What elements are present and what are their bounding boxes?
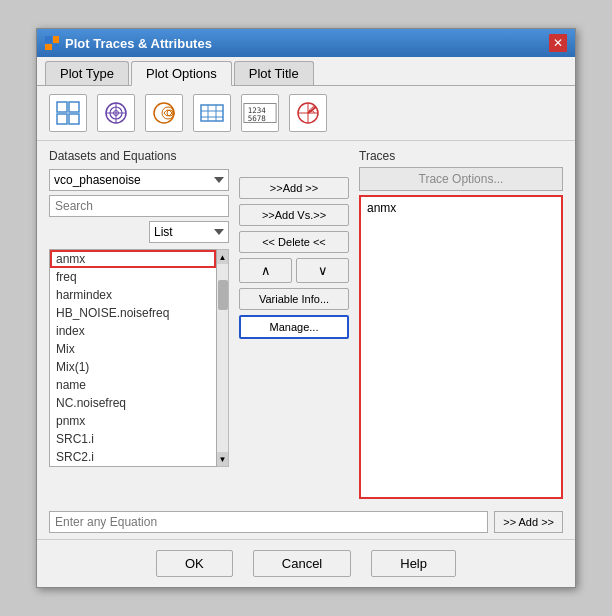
title-bar: Plot Traces & Attributes ✕ (37, 29, 575, 57)
dialog-window: Plot Traces & Attributes ✕ Plot Type Plo… (36, 28, 576, 588)
content-area: Datasets and Equations vco_phasenoise Li… (37, 141, 575, 507)
numeric-icon: 1234 5678 (242, 99, 278, 127)
table-icon (198, 99, 226, 127)
tab-plot-title[interactable]: Plot Title (234, 61, 314, 85)
manage-button[interactable]: Manage... (239, 315, 349, 339)
smith-icon (150, 99, 178, 127)
svg-rect-12 (201, 105, 223, 121)
dataset-dropdown[interactable]: vco_phasenoise (49, 169, 229, 191)
app-icon (45, 36, 59, 50)
antenna-icon (294, 99, 322, 127)
list-item[interactable]: SRC2.i (50, 448, 216, 466)
scrollbar-up-arrow[interactable]: ▲ (217, 250, 228, 264)
tab-plot-options[interactable]: Plot Options (131, 61, 232, 86)
trace-options-button[interactable]: Trace Options... (359, 167, 563, 191)
equation-input[interactable] (49, 511, 488, 533)
datasets-label: Datasets and Equations (49, 149, 229, 163)
trace-item[interactable]: anmx (363, 199, 559, 217)
rectangle-icon-btn[interactable] (49, 94, 87, 132)
dialog-title: Plot Traces & Attributes (65, 36, 212, 51)
scrollbar-track[interactable]: ▲ ▼ (217, 249, 229, 467)
add-button[interactable]: >>Add >> (239, 177, 349, 199)
svg-rect-3 (69, 114, 79, 124)
traces-label: Traces (359, 149, 563, 163)
ok-button[interactable]: OK (156, 550, 233, 577)
list-dropdown[interactable]: List (149, 221, 229, 243)
left-panel: Datasets and Equations vco_phasenoise Li… (49, 149, 229, 499)
rectangle-icon (54, 99, 82, 127)
svg-rect-2 (57, 114, 67, 124)
list-item[interactable]: Mix(1) (50, 358, 216, 376)
right-panel: Traces Trace Options... anmx (359, 149, 563, 499)
table-icon-btn[interactable] (193, 94, 231, 132)
close-button[interactable]: ✕ (549, 34, 567, 52)
help-button[interactable]: Help (371, 550, 456, 577)
list-item[interactable]: pnmx (50, 412, 216, 430)
svg-text:5678: 5678 (248, 114, 267, 123)
scrollbar-down-arrow[interactable]: ▼ (217, 452, 228, 466)
variable-info-button[interactable]: Variable Info... (239, 288, 349, 310)
list-item[interactable]: SRC1.i (50, 430, 216, 448)
tab-bar: Plot Type Plot Options Plot Title (37, 57, 575, 86)
svg-point-10 (162, 107, 174, 119)
delete-button[interactable]: << Delete << (239, 231, 349, 253)
equation-row: >> Add >> (49, 511, 563, 533)
list-item[interactable]: anmx (50, 250, 216, 268)
list-item[interactable]: index (50, 322, 216, 340)
move-down-button[interactable]: ∨ (296, 258, 349, 283)
polar-icon (102, 99, 130, 127)
svg-rect-1 (69, 102, 79, 112)
polar-icon-btn[interactable] (97, 94, 135, 132)
title-bar-left: Plot Traces & Attributes (45, 36, 212, 51)
list-item[interactable]: NC.noisefreq (50, 394, 216, 412)
dataset-list-wrapper: anmx freq harmindex HB_NOISE.noisefreq i… (49, 249, 229, 467)
smith-icon-btn[interactable] (145, 94, 183, 132)
antenna-icon-btn[interactable] (289, 94, 327, 132)
up-down-row: ∧ ∨ (239, 258, 349, 283)
scrollbar-thumb[interactable] (218, 280, 228, 310)
tab-plot-type[interactable]: Plot Type (45, 61, 129, 85)
svg-rect-0 (57, 102, 67, 112)
list-item[interactable]: freq (50, 268, 216, 286)
list-item[interactable]: Mix (50, 340, 216, 358)
middle-panel: >>Add >> >>Add Vs.>> << Delete << ∧ ∨ Va… (239, 149, 349, 499)
list-item[interactable]: HB_NOISE.noisefreq (50, 304, 216, 322)
numeric-icon-btn[interactable]: 1234 5678 (241, 94, 279, 132)
equation-add-button[interactable]: >> Add >> (494, 511, 563, 533)
equation-area: >> Add >> (37, 507, 575, 539)
list-item[interactable]: name (50, 376, 216, 394)
dataset-list: anmx freq harmindex HB_NOISE.noisefreq i… (49, 249, 217, 467)
search-input[interactable] (49, 195, 229, 217)
list-item[interactable]: harmindex (50, 286, 216, 304)
traces-list: anmx (359, 195, 563, 499)
bottom-bar: OK Cancel Help (37, 539, 575, 587)
add-vs-button[interactable]: >>Add Vs.>> (239, 204, 349, 226)
cancel-button[interactable]: Cancel (253, 550, 351, 577)
move-up-button[interactable]: ∧ (239, 258, 292, 283)
icon-toolbar: 1234 5678 (37, 86, 575, 141)
